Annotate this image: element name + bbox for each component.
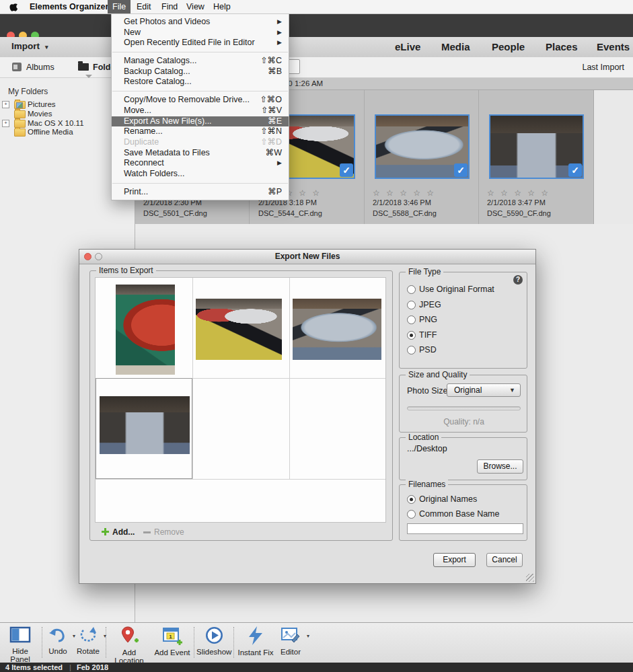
media-thumbnail[interactable]: ✓ bbox=[489, 114, 584, 179]
menubar-find[interactable]: Find bbox=[157, 0, 182, 13]
folder-icon bbox=[14, 128, 26, 137]
selected-check-icon[interactable]: ✓ bbox=[454, 163, 468, 177]
tab-people[interactable]: People bbox=[492, 41, 525, 52]
hide-panel-button[interactable]: Hide Panel bbox=[1, 626, 39, 663]
radio-tiff[interactable] bbox=[407, 331, 416, 340]
filenames-legend: Filenames bbox=[406, 480, 448, 489]
menubar-help[interactable]: Help bbox=[209, 0, 235, 13]
photo-size-label: Photo Size: bbox=[407, 386, 450, 396]
top-nav-row: Import▾ eLive Media People Places Events bbox=[0, 37, 633, 58]
media-item-3: ✓ ☆ ☆ ☆ ☆ ☆ 2/1/2018 3:46 PM DSC_5588_CF… bbox=[364, 89, 478, 224]
location-legend: Location bbox=[406, 433, 441, 442]
rotate-icon bbox=[78, 626, 98, 644]
menu-item-manage-catalogs[interactable]: Manage Catalogs...⇧⌘C bbox=[112, 56, 289, 67]
tab-places[interactable]: Places bbox=[546, 41, 578, 52]
rotate-button[interactable]: Rotate ▾ bbox=[73, 626, 104, 655]
tab-albums[interactable]: Albums bbox=[26, 63, 54, 72]
hide-panel-icon bbox=[9, 626, 31, 644]
submenu-arrow-icon: ▶ bbox=[277, 17, 282, 28]
menu-item-watch-folders[interactable]: Watch Folders... bbox=[112, 169, 289, 180]
menu-item-copy-move[interactable]: Copy/Move to Removable Drive...⇧⌘O bbox=[112, 95, 289, 106]
selected-check-icon[interactable]: ✓ bbox=[568, 163, 582, 177]
add-event-button[interactable]: 1 Add Event bbox=[153, 626, 191, 657]
menubar-view[interactable]: View bbox=[182, 0, 209, 13]
bottom-toolbar: Hide Panel Undo ▾ Rotate ▾ bbox=[0, 622, 633, 663]
selected-check-icon[interactable]: ✓ bbox=[340, 163, 353, 177]
expand-icon[interactable]: + bbox=[2, 120, 9, 127]
export-item-thumbnail-1[interactable] bbox=[116, 285, 175, 375]
tab-elive[interactable]: eLive bbox=[395, 41, 420, 52]
add-button[interactable]: Add... bbox=[112, 527, 135, 537]
star-rating[interactable]: ☆ ☆ ☆ ☆ ☆ bbox=[487, 188, 550, 198]
menu-item-export-as-new-files[interactable]: Export As New File(s)...⌘E bbox=[112, 116, 289, 127]
menubar-edit[interactable]: Edit bbox=[132, 0, 156, 13]
last-import-label[interactable]: Last Import bbox=[582, 63, 624, 72]
chevron-down-icon: ▾ bbox=[45, 44, 48, 50]
albums-icon bbox=[12, 63, 22, 71]
menu-item-print[interactable]: Print...⌘P bbox=[112, 187, 289, 198]
star-rating[interactable]: ☆ ☆ ☆ ☆ ☆ bbox=[373, 188, 436, 198]
add-remove-row: Add... Remove bbox=[102, 527, 384, 537]
tab-media[interactable]: Media bbox=[441, 41, 470, 52]
menu-item-save-metadata[interactable]: Save Metadata to Files⌘W bbox=[112, 148, 289, 159]
export-button[interactable]: Export bbox=[433, 553, 476, 567]
quality-slider[interactable] bbox=[407, 406, 521, 410]
menu-caret-icon[interactable]: ▾ bbox=[307, 633, 309, 639]
browse-button[interactable]: Browse... bbox=[477, 459, 523, 474]
menu-item-restore-catalog[interactable]: Restore Catalog... bbox=[112, 77, 289, 87]
radio-original-names[interactable] bbox=[407, 495, 416, 504]
submenu-arrow-icon: ▶ bbox=[277, 158, 282, 169]
file-type-group: File Type ? Use Original Format JPEG PNG… bbox=[399, 272, 527, 369]
editor-button[interactable]: Editor ▾ bbox=[276, 626, 305, 656]
export-item-thumbnail-4[interactable] bbox=[100, 396, 190, 454]
expand-icon[interactable]: + bbox=[2, 101, 9, 108]
apple-logo-icon[interactable] bbox=[9, 2, 18, 12]
photo-size-dropdown[interactable]: Original ▼ bbox=[447, 383, 521, 397]
add-event-icon: 1 bbox=[162, 626, 182, 645]
media-filename: DSC_5590_CF.dng bbox=[487, 209, 551, 217]
grid-empty-strip bbox=[593, 89, 633, 224]
screen: Import▾ eLive Media People Places Events… bbox=[0, 0, 633, 672]
menu-item-new[interactable]: New▶ bbox=[112, 28, 289, 38]
folder-icon bbox=[14, 110, 26, 118]
svg-text:1: 1 bbox=[169, 634, 172, 640]
help-icon[interactable]: ? bbox=[513, 275, 523, 285]
status-bar: 4 Items selected | Feb 2018 bbox=[0, 663, 633, 672]
dialog-title: Export New Files bbox=[79, 252, 535, 261]
export-item-thumbnail-2[interactable] bbox=[196, 299, 282, 360]
base-name-input[interactable] bbox=[407, 523, 523, 534]
menu-item-open-recent[interactable]: Open Recently Edited File in Editor▶ bbox=[112, 38, 289, 48]
menu-item-reconnect[interactable]: Reconnect▶ bbox=[112, 158, 289, 169]
tab-events[interactable]: Events bbox=[597, 41, 630, 52]
menu-item-get-photos[interactable]: Get Photos and Videos▶ bbox=[112, 17, 289, 28]
slideshow-icon bbox=[205, 626, 223, 644]
radio-png[interactable] bbox=[407, 315, 416, 324]
app-name: Elements Organizer bbox=[30, 2, 108, 11]
add-location-icon bbox=[120, 626, 139, 645]
radio-use-original-format[interactable] bbox=[407, 285, 416, 294]
resize-grip[interactable] bbox=[526, 574, 534, 582]
menu-item-backup-catalog[interactable]: Backup Catalog...⌘B bbox=[112, 67, 289, 77]
slideshow-button[interactable]: Slideshow bbox=[196, 626, 231, 656]
export-item-thumbnail-3[interactable] bbox=[293, 299, 381, 360]
instant-fix-icon bbox=[248, 626, 264, 645]
media-thumbnail[interactable]: ✓ bbox=[375, 114, 470, 179]
add-location-button[interactable]: Add Location bbox=[109, 626, 149, 665]
menu-item-rename[interactable]: Rename...⇧⌘N bbox=[112, 126, 289, 137]
cancel-button[interactable]: Cancel bbox=[486, 553, 523, 567]
media-filename: DSC_5501_CF.dng bbox=[143, 209, 207, 217]
radio-jpeg[interactable] bbox=[407, 301, 416, 309]
radio-psd[interactable] bbox=[407, 346, 416, 354]
export-items-grid bbox=[95, 277, 386, 523]
media-filename: DSC_5544_CF.dng bbox=[258, 209, 322, 217]
macos-menubar: Elements Organizer File Edit Find View H… bbox=[0, 0, 633, 14]
undo-button[interactable]: Undo ▾ bbox=[42, 626, 74, 655]
size-quality-group: Size and Quality Photo Size: Original ▼ … bbox=[399, 375, 527, 433]
undo-icon bbox=[48, 626, 68, 644]
remove-button[interactable]: Remove bbox=[154, 527, 184, 537]
instant-fix-button[interactable]: Instant Fix bbox=[237, 626, 274, 657]
radio-common-base-name[interactable] bbox=[407, 510, 416, 519]
import-button[interactable]: Import▾ bbox=[11, 41, 48, 51]
menubar-file[interactable]: File bbox=[108, 0, 131, 13]
menu-item-move[interactable]: Move...⇧⌘V bbox=[112, 106, 289, 116]
